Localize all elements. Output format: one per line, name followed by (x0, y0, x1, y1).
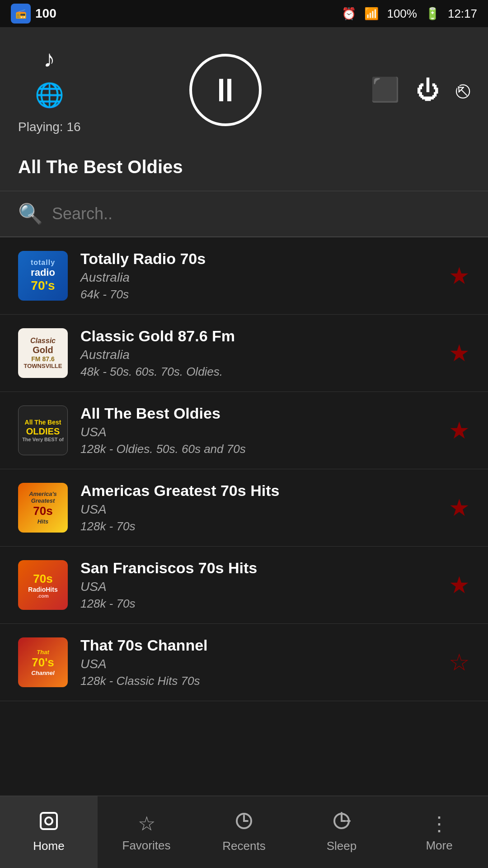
station-name: All The Best Oldies (80, 405, 436, 422)
station-meta: 128k - Classic Hits 70s (80, 674, 436, 688)
search-icon: 🔍 (18, 202, 43, 226)
pause-button[interactable]: ⏸ (189, 54, 262, 126)
app-number: 100 (35, 6, 56, 21)
battery-icon: 🔋 (425, 7, 440, 21)
station-info: That 70s Channel USA 128k - Classic Hits… (80, 637, 436, 688)
station-name: Americas Greatest 70s Hits (80, 482, 436, 500)
favorite-star[interactable]: ★ (449, 340, 470, 367)
list-item[interactable]: America's Greatest 70s Hits Americas Gre… (0, 469, 488, 547)
station-name: Classic Gold 87.6 Fm (80, 327, 436, 345)
list-item[interactable]: All The Best OLDIES The Very BEST of All… (0, 392, 488, 469)
sleep-icon (332, 811, 352, 835)
recents-icon (234, 811, 254, 835)
favorites-label: Favorites (122, 839, 171, 853)
player-left-controls: ♪ 🌐 Playing: 16 (18, 45, 81, 134)
list-item[interactable]: totally radio 70's Totally Radio 70s Aus… (0, 237, 488, 315)
station-meta: 48k - 50s. 60s. 70s. Oldies. (80, 365, 436, 379)
stop-button[interactable]: ⬛ (371, 76, 400, 104)
search-bar: 🔍 (0, 191, 488, 237)
station-logo: That 70's Channel (18, 637, 68, 687)
music-note-icon[interactable]: ♪ (43, 45, 55, 72)
player-header: ♪ 🌐 Playing: 16 ⏸ ⬛ ⏻ ⎋ (0, 27, 488, 148)
station-country: USA (80, 425, 436, 439)
app-icon: 📻 (11, 4, 31, 24)
nav-sleep[interactable]: Sleep (293, 796, 390, 868)
globe-icon[interactable]: 🌐 (35, 81, 64, 109)
station-meta: 128k - 70s (80, 519, 436, 533)
station-meta: 64k - 70s (80, 288, 436, 302)
nav-favorites[interactable]: ☆ Favorites (98, 796, 195, 868)
alarm-icon: ⏰ (342, 7, 356, 21)
recents-label: Recents (222, 839, 265, 853)
current-station-title: All The Best Oldies (0, 148, 488, 191)
search-input[interactable] (52, 204, 470, 223)
station-country: Australia (80, 270, 436, 285)
station-country: USA (80, 657, 436, 671)
share-button[interactable]: ⎋ (456, 76, 470, 104)
nav-recents[interactable]: Recents (195, 796, 293, 868)
status-right: ⏰ 📶 100% 🔋 12:17 (342, 7, 477, 21)
station-info: All The Best Oldies USA 128k - Oldies. 5… (80, 405, 436, 456)
list-item[interactable]: 70s RadioHits .com San Franciscos 70s Hi… (0, 547, 488, 624)
station-info: Classic Gold 87.6 Fm Australia 48k - 50s… (80, 327, 436, 379)
station-logo: 70s RadioHits .com (18, 560, 68, 610)
station-name: San Franciscos 70s Hits (80, 559, 436, 577)
home-icon (39, 811, 59, 835)
favorite-star[interactable]: ☆ (449, 649, 470, 676)
nav-more[interactable]: ⋮ More (390, 796, 488, 868)
station-name: That 70s Channel (80, 637, 436, 654)
station-info: Totally Radio 70s Australia 64k - 70s (80, 250, 436, 302)
clock: 12:17 (448, 7, 477, 21)
svg-point-1 (45, 817, 52, 825)
station-info: Americas Greatest 70s Hits USA 128k - 70… (80, 482, 436, 533)
station-logo: totally radio 70's (18, 251, 68, 301)
station-meta: 128k - 70s (80, 597, 436, 611)
station-country: Australia (80, 348, 436, 362)
power-button[interactable]: ⏻ (416, 76, 440, 104)
favorite-star[interactable]: ★ (449, 494, 470, 521)
station-country: USA (80, 502, 436, 517)
more-label: More (426, 839, 452, 853)
status-left: 📻 100 (11, 4, 56, 24)
favorites-icon: ☆ (138, 812, 155, 835)
svg-rect-0 (41, 813, 57, 829)
more-icon: ⋮ (429, 812, 449, 835)
playing-label: Playing: 16 (18, 120, 81, 134)
list-item[interactable]: That 70's Channel That 70s Channel USA 1… (0, 624, 488, 701)
player-right-controls: ⬛ ⏻ ⎋ (371, 76, 470, 104)
battery-text: 100% (387, 7, 417, 21)
station-list: totally radio 70's Totally Radio 70s Aus… (0, 237, 488, 811)
sleep-label: Sleep (327, 839, 357, 853)
station-name: Totally Radio 70s (80, 250, 436, 268)
home-label: Home (33, 839, 64, 853)
favorite-star[interactable]: ★ (449, 262, 470, 289)
station-logo: Classic Gold FM 87.6 TOWNSVILLE (18, 328, 68, 378)
bottom-nav: Home ☆ Favorites Recents Sleep ⋮ More (0, 796, 488, 868)
station-info: San Franciscos 70s Hits USA 128k - 70s (80, 559, 436, 611)
list-item[interactable]: Classic Gold FM 87.6 TOWNSVILLE Classic … (0, 315, 488, 392)
favorite-star[interactable]: ★ (449, 417, 470, 444)
nav-home[interactable]: Home (0, 796, 98, 868)
station-country: USA (80, 580, 436, 594)
wifi-icon: 📶 (364, 7, 379, 21)
favorite-star[interactable]: ★ (449, 571, 470, 599)
status-bar: 📻 100 ⏰ 📶 100% 🔋 12:17 (0, 0, 488, 27)
pause-icon: ⏸ (209, 74, 242, 106)
station-logo: America's Greatest 70s Hits (18, 483, 68, 533)
station-meta: 128k - Oldies. 50s. 60s and 70s (80, 442, 436, 456)
station-logo: All The Best OLDIES The Very BEST of (18, 406, 68, 455)
